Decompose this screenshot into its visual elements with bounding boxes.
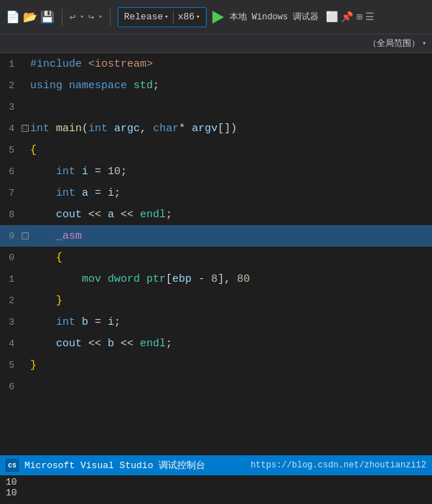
play-triangle-icon [212, 11, 224, 24]
code-line-10: 0 { [0, 247, 432, 268]
console-title: Microsoft Visual Studio 调试控制台 [24, 459, 205, 472]
pin-icon[interactable]: 📌 [341, 11, 353, 23]
debug-label: 本地 Windows 调试器 [230, 11, 319, 23]
code-line-14: 4 cout << b << endl; [0, 333, 432, 354]
open-file-icon[interactable]: 📂 [23, 10, 37, 24]
window-icon[interactable]: ⊞ [356, 11, 362, 23]
arch-label: x86 [178, 11, 194, 22]
line-num-6: 6 [0, 166, 20, 177]
line-content-7: int a = i; [30, 187, 121, 199]
vs-icon-text: cs [8, 462, 17, 470]
config-inner-sep [173, 11, 174, 24]
line-content-8: cout << a << endl; [30, 209, 172, 221]
arch-dropdown[interactable]: x86 ▾ [175, 8, 203, 27]
collapse-icon-4[interactable]: □ [22, 125, 29, 132]
line-num-9: 9 [0, 231, 20, 242]
output-line-2: 10 [6, 488, 426, 498]
release-dropdown[interactable]: Release ▾ [121, 8, 172, 27]
line-num-13: 3 [0, 317, 20, 328]
code-line-9: 9 □ _asm [0, 225, 432, 247]
line-indicator-4[interactable]: □ [20, 125, 30, 132]
code-line-2: 2 using namespace std; [0, 75, 432, 96]
console-bar[interactable]: cs Microsoft Visual Studio 调试控制台 https:/… [0, 455, 432, 475]
line-num-14: 4 [0, 338, 20, 349]
line-content-4: int main(int argc, char* argv[]) [30, 123, 237, 135]
code-line-8: 8 cout << a << endl; [0, 204, 432, 225]
redo-icon[interactable]: ↪ [88, 11, 94, 23]
code-line-12: 2 } [0, 290, 432, 311]
undo-arrow-icon[interactable]: ▾ [80, 13, 83, 21]
code-line-16: 6 [0, 376, 432, 397]
debug-play-button[interactable] [211, 10, 225, 24]
code-line-4: 4 □ int main(int argc, char* argv[]) [0, 118, 432, 139]
arch-arrow: ▾ [196, 13, 199, 21]
line-num-16: 6 [0, 381, 20, 392]
line-num-8: 8 [0, 209, 20, 220]
right-icons: ⬜ 📌 ⊞ ☰ [326, 11, 374, 23]
config-box: Release ▾ x86 ▾ [118, 7, 207, 27]
line-num-12: 2 [0, 295, 20, 306]
line-content-10: { [30, 252, 62, 264]
scope-dropdown[interactable]: （全局范围） ▾ [368, 37, 426, 49]
line-content-3 [30, 101, 37, 113]
vs-console-icon: cs [6, 459, 19, 472]
sep1 [62, 9, 62, 26]
console-url[interactable]: https://blog.csdn.net/zhoutianzi12 [250, 460, 426, 470]
line-content-2: using namespace std; [30, 80, 159, 92]
code-line-5: 5 { [0, 139, 432, 161]
scope-text: （全局范围） [368, 37, 420, 49]
line-num-1: 1 [0, 59, 20, 70]
code-line-7: 7 int a = i; [0, 182, 432, 204]
line-num-2: 2 [0, 80, 20, 91]
line-content-6: int i = 10; [30, 166, 127, 178]
line-content-5: { [30, 144, 37, 156]
line-content-13: int b = i; [30, 316, 121, 328]
scope-arrow-icon: ▾ [423, 39, 426, 47]
line-content-12: } [30, 295, 62, 307]
code-line-1: 1 #include <iostream> [0, 53, 432, 75]
release-label: Release [124, 11, 164, 22]
line-num-11: 1 [0, 274, 20, 285]
line-content-14: cout << b << endl; [30, 338, 172, 350]
output-area: 10 10 [0, 475, 432, 504]
output-line-1: 10 [6, 477, 426, 488]
line-num-15: 5 [0, 360, 20, 371]
code-editor: 1 #include <iostream> 2 using namespace … [0, 53, 432, 455]
scope-bar: （全局范围） ▾ [0, 34, 432, 53]
sep2 [110, 9, 111, 26]
line-indicator-9[interactable]: □ [20, 232, 30, 239]
line-num-5: 5 [0, 145, 20, 156]
line-content-15: } [30, 359, 37, 371]
line-content-16 [30, 381, 37, 393]
code-line-3: 3 [0, 96, 432, 118]
collapse-icon-9[interactable]: □ [22, 232, 29, 239]
line-num-4: 4 [0, 123, 20, 134]
code-line-11: 1 mov dword ptr[ebp - 8], 80 [0, 268, 432, 290]
breakpoint-icon[interactable]: ⬜ [326, 11, 338, 23]
release-arrow: ▾ [164, 13, 168, 21]
line-num-10: 0 [0, 252, 20, 263]
line-content-9: _asm [30, 230, 82, 242]
new-file-icon[interactable]: 📄 [6, 10, 20, 24]
save-icon[interactable]: 💾 [40, 10, 55, 24]
undo-icon[interactable]: ↩ [70, 11, 75, 23]
line-content-1: #include <iostream> [30, 58, 153, 70]
redo-arrow-icon[interactable]: ▾ [98, 13, 102, 21]
toolbar: 📄 📂 💾 ↩ ▾ ↪ ▾ Release ▾ x86 ▾ 本地 Windows… [0, 0, 432, 34]
code-line-6: 6 int i = 10; [0, 161, 432, 182]
line-content-11: mov dword ptr[ebp - 8], 80 [30, 273, 250, 285]
line-num-7: 7 [0, 188, 20, 199]
line-num-3: 3 [0, 102, 20, 113]
file-icons: 📄 📂 💾 [6, 10, 55, 24]
code-line-15: 5 } [0, 354, 432, 376]
code-line-13: 3 int b = i; [0, 311, 432, 333]
menu-icon[interactable]: ☰ [365, 11, 375, 23]
